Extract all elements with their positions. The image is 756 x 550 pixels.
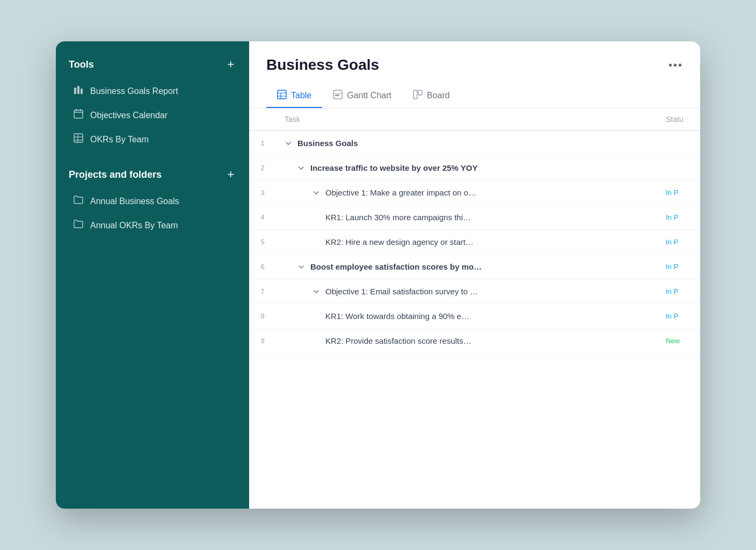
row-number: 7 xyxy=(249,279,276,304)
tools-add-button[interactable]: + xyxy=(225,59,236,70)
svg-rect-11 xyxy=(278,90,286,99)
status-badge: New xyxy=(657,329,700,353)
col-task: Task xyxy=(276,108,657,131)
sidebar-item-annual-business-goals[interactable]: Annual Business Goals xyxy=(69,189,236,213)
folder-icon xyxy=(73,219,84,232)
chevron-down-icon[interactable] xyxy=(312,287,320,296)
task-label: Increase traffic to website by over 25% … xyxy=(310,163,478,172)
projects-section: Projects and folders + Annual Business G… xyxy=(69,169,236,237)
row-number: 4 xyxy=(249,205,276,230)
tab-gantt-chart[interactable]: Gantt Chart xyxy=(322,84,402,108)
page-title: Business Goals xyxy=(266,56,379,74)
table-row[interactable]: 9KR2: Provide satisfaction score results… xyxy=(249,329,700,353)
table-header-row: Task Statu xyxy=(249,108,700,131)
chevron-down-icon[interactable] xyxy=(285,139,292,148)
status-badge: In P xyxy=(657,279,700,304)
chevron-down-icon[interactable] xyxy=(297,263,305,271)
svg-rect-1 xyxy=(77,86,79,94)
table-row[interactable]: 5KR2: Hire a new design agency or start…… xyxy=(249,230,700,255)
svg-rect-3 xyxy=(74,110,83,118)
calendar-icon xyxy=(73,108,84,122)
sidebar-item-label: Objectives Calendar xyxy=(90,111,168,120)
svg-rect-19 xyxy=(418,90,422,95)
sidebar-item-label: Annual Business Goals xyxy=(90,197,179,206)
task-cell: Objective 1: Make a greater impact on o… xyxy=(276,180,657,205)
app-window: Tools + Business Goals Report xyxy=(56,41,700,509)
task-label: Business Goals xyxy=(297,139,358,148)
table-row[interactable]: 3Objective 1: Make a greater impact on o… xyxy=(249,180,700,205)
task-cell: Objective 1: Email satisfaction survey t… xyxy=(276,279,657,304)
svg-rect-0 xyxy=(74,88,76,94)
sidebar-item-label: OKRs By Team xyxy=(90,135,149,144)
row-number: 8 xyxy=(249,304,276,329)
table-tab-icon xyxy=(277,90,287,102)
table-row[interactable]: 6Boost employee satisfaction scores by m… xyxy=(249,255,700,279)
table-row[interactable]: 8KR1: Work towards obtaining a 90% e…In … xyxy=(249,304,700,329)
sidebar-item-okrs-by-team[interactable]: OKRs By Team xyxy=(69,127,236,151)
row-number: 6 xyxy=(249,255,276,279)
projects-add-button[interactable]: + xyxy=(225,169,236,180)
svg-rect-17 xyxy=(335,95,339,96)
svg-rect-7 xyxy=(74,134,83,142)
task-label: KR2: Provide satisfaction score results… xyxy=(325,336,471,345)
row-number: 9 xyxy=(249,329,276,353)
task-cell: KR1: Launch 30% more campaigns thi… xyxy=(276,205,657,230)
task-label: KR2: Hire a new design agency or start… xyxy=(325,237,474,247)
gantt-tab-icon xyxy=(333,90,343,102)
table-row[interactable]: 4KR1: Launch 30% more campaigns thi…In P xyxy=(249,205,700,230)
folder-icon xyxy=(73,194,84,208)
tab-board-label: Board xyxy=(427,91,450,100)
chevron-down-icon[interactable] xyxy=(297,164,305,172)
row-number: 2 xyxy=(249,156,276,180)
status-badge xyxy=(657,156,700,180)
task-cell: Increase traffic to website by over 25% … xyxy=(276,156,657,180)
table-container: Task Statu 1Business Goals2Increase traf… xyxy=(249,108,700,509)
projects-section-title: Projects and folders xyxy=(69,169,162,180)
status-badge: In P xyxy=(657,205,700,230)
svg-rect-18 xyxy=(413,90,417,99)
status-badge: In P xyxy=(657,230,700,255)
tools-section: Tools + Business Goals Report xyxy=(69,59,236,151)
col-num xyxy=(249,108,276,131)
tools-section-title: Tools xyxy=(69,59,94,70)
table-row[interactable]: 7Objective 1: Email satisfaction survey … xyxy=(249,279,700,304)
row-number: 3 xyxy=(249,180,276,205)
sidebar-item-label: Business Goals Report xyxy=(90,86,178,96)
task-label: KR1: Launch 30% more campaigns thi… xyxy=(325,213,471,222)
main-content: Business Goals ••• Table xyxy=(249,41,700,509)
task-cell: KR2: Hire a new design agency or start… xyxy=(276,230,657,255)
svg-rect-2 xyxy=(81,89,83,94)
board-tab-icon xyxy=(413,90,423,102)
tab-table[interactable]: Table xyxy=(266,84,322,108)
bar-chart-icon xyxy=(73,84,84,98)
status-badge: In P xyxy=(657,304,700,329)
sidebar-item-objectives-calendar[interactable]: Objectives Calendar xyxy=(69,103,236,127)
tab-table-label: Table xyxy=(291,91,311,100)
table-row[interactable]: 2Increase traffic to website by over 25%… xyxy=(249,156,700,180)
task-cell: KR2: Provide satisfaction score results… xyxy=(276,329,657,353)
task-label: Objective 1: Email satisfaction survey t… xyxy=(325,287,478,296)
more-menu-button[interactable]: ••• xyxy=(668,59,683,71)
tab-board[interactable]: Board xyxy=(402,84,461,108)
row-number: 1 xyxy=(249,131,276,156)
chevron-down-icon[interactable] xyxy=(312,189,320,197)
main-header: Business Goals ••• Table xyxy=(249,41,700,108)
task-cell: Business Goals xyxy=(276,131,657,156)
tools-section-header: Tools + xyxy=(69,59,236,70)
projects-section-header: Projects and folders + xyxy=(69,169,236,180)
col-status: Statu xyxy=(657,108,700,131)
task-label: Objective 1: Make a greater impact on o… xyxy=(325,188,476,197)
main-title-row: Business Goals ••• xyxy=(266,56,683,74)
sidebar-item-label: Annual OKRs By Team xyxy=(90,221,178,230)
status-badge: In P xyxy=(657,255,700,279)
table-row[interactable]: 1Business Goals xyxy=(249,131,700,156)
sidebar: Tools + Business Goals Report xyxy=(56,41,249,509)
task-label: Boost employee satisfaction scores by mo… xyxy=(310,262,482,271)
sidebar-item-business-goals-report[interactable]: Business Goals Report xyxy=(69,79,236,103)
task-label: KR1: Work towards obtaining a 90% e… xyxy=(325,312,469,321)
tasks-table: Task Statu 1Business Goals2Increase traf… xyxy=(249,108,700,353)
sidebar-item-annual-okrs-by-team[interactable]: Annual OKRs By Team xyxy=(69,213,236,237)
tab-gantt-label: Gantt Chart xyxy=(347,91,391,100)
status-badge: In P xyxy=(657,180,700,205)
task-cell: Boost employee satisfaction scores by mo… xyxy=(276,255,657,279)
